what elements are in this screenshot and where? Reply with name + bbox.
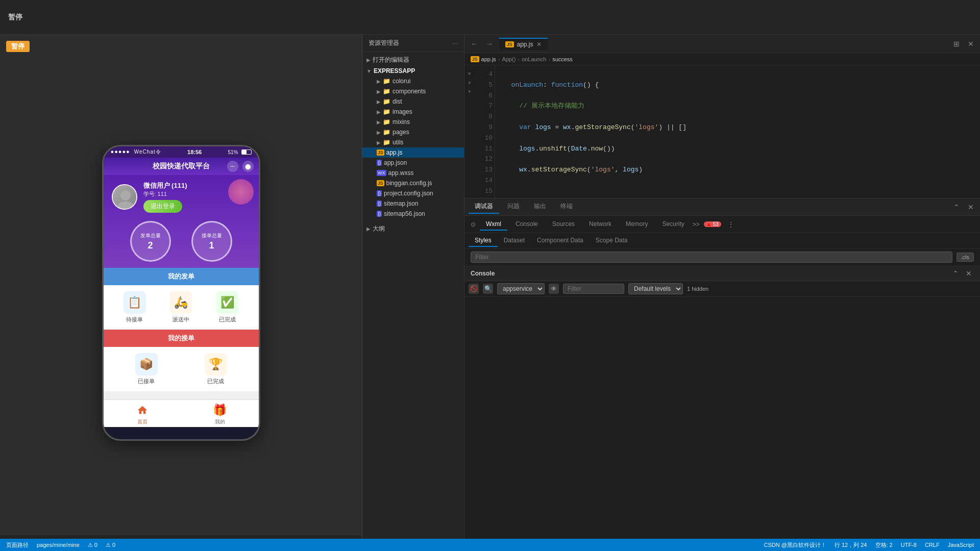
- outline-section[interactable]: ▶ 大纲: [362, 223, 464, 235]
- folder-utils[interactable]: ▶ 📁 utils: [362, 137, 464, 147]
- expressapp-section[interactable]: ▼ EXPRESSAPP: [362, 66, 464, 76]
- console-filter-toggle[interactable]: 🔍: [483, 284, 493, 294]
- default-levels-select[interactable]: Default levels: [628, 283, 683, 294]
- file-app-js[interactable]: JS app.js: [362, 147, 464, 158]
- delivering-icon: 🛵: [169, 291, 192, 314]
- file-tree-more[interactable]: ···: [453, 40, 458, 47]
- completed-take-item[interactable]: 🏆 已完成: [205, 353, 227, 385]
- scope-data-tab[interactable]: Scope Data: [590, 235, 634, 247]
- sub-tab-network[interactable]: Network: [583, 218, 618, 231]
- completed-take-label: 已完成: [207, 378, 224, 385]
- appservice-select[interactable]: appservice: [497, 283, 545, 294]
- tab-home-icon: [134, 402, 151, 418]
- close-panel-button[interactable]: ✕: [966, 39, 976, 49]
- accepted-item[interactable]: 📦 已接单: [135, 353, 158, 385]
- file-sitemap56-json[interactable]: {} sitemap56.json: [362, 209, 464, 219]
- sub-tab-security[interactable]: Security: [656, 218, 690, 231]
- paused-badge: 暂停: [6, 41, 30, 52]
- delivering-label: 派送中: [173, 316, 189, 323]
- accepted-icon: 📦: [135, 353, 158, 375]
- signal-dots: ●●●●● WeChat令: [111, 148, 161, 156]
- phone-status-bar: ●●●●● WeChat令 18:56 51%: [104, 146, 259, 158]
- console-collapse-button[interactable]: ⌃: [950, 268, 961, 279]
- console-body[interactable]: [464, 297, 980, 382]
- avatar-image: [113, 185, 136, 209]
- folder-components[interactable]: ▶ 📁 components: [362, 86, 464, 96]
- tab-terminal[interactable]: 终端: [554, 200, 579, 214]
- folder-colorui[interactable]: ▶ 📁 colorui: [362, 76, 464, 86]
- code-content[interactable]: onLaunch: function() { // 展示本地存储能力 var l…: [495, 65, 980, 198]
- component-data-tab[interactable]: Component Data: [531, 235, 590, 247]
- code-line-10: wx.getStorage({: [503, 197, 972, 198]
- devtools-icon[interactable]: ⊙: [469, 220, 478, 229]
- code-line-8: wx.setStorageSync('logs', logs): [503, 165, 972, 176]
- sub-tab-sources[interactable]: Sources: [546, 218, 581, 231]
- logout-button[interactable]: 退出登录: [143, 200, 182, 213]
- tab-issues[interactable]: 问题: [501, 200, 526, 214]
- file-project-config[interactable]: {} project.config.json: [362, 188, 464, 198]
- split-editor-button[interactable]: ⊞: [951, 39, 962, 49]
- file-app-wxss[interactable]: WX app.wxss: [362, 168, 464, 178]
- console-close-button[interactable]: ✕: [964, 268, 974, 279]
- cards-area: 我的发单 📋 待接单 🛵 派送中 ✅: [104, 268, 259, 411]
- sub-tab-memory[interactable]: Memory: [620, 218, 654, 231]
- nav-forward-button[interactable]: →: [484, 39, 495, 49]
- bottom-errors: ⚠ 0: [88, 542, 97, 548]
- styles-tab[interactable]: Styles: [469, 235, 498, 247]
- folder-pages[interactable]: ▶ 📁 pages: [362, 127, 464, 137]
- breadcrumb-app[interactable]: App(): [502, 56, 516, 62]
- breadcrumb-onlaunch[interactable]: onLaunch: [522, 56, 546, 62]
- folder-dist[interactable]: ▶ 📁 dist: [362, 96, 464, 107]
- completed-send-item[interactable]: ✅ 已完成: [216, 291, 238, 323]
- editor-tab-app-js[interactable]: JS app.js ✕: [499, 38, 548, 50]
- console-toolbar: 🚫 🔍 appservice 👁 Default levels 1 hidden: [464, 281, 980, 297]
- simulator-panel: 暂停 ●●●●● WeChat令 18:56 51% 校园快递代取平台: [0, 35, 362, 551]
- pending-order-icon: 📋: [124, 291, 146, 314]
- console-header: Console ⌃ ✕: [464, 266, 980, 281]
- sub-tab-more[interactable]: >>: [693, 221, 700, 228]
- tab-mine[interactable]: 🎁 我的: [181, 400, 259, 427]
- nav-camera-icon[interactable]: ⬤: [242, 161, 254, 172]
- delivering-item[interactable]: 🛵 派送中: [169, 291, 192, 323]
- tab-home-label: 首页: [137, 418, 148, 425]
- tab-home[interactable]: 首页: [104, 400, 181, 427]
- folder-images[interactable]: ▶ 📁 images: [362, 107, 464, 117]
- nav-menu-icon[interactable]: ···: [227, 161, 238, 172]
- close-debugger-button[interactable]: ✕: [966, 202, 976, 212]
- tab-output[interactable]: 输出: [528, 200, 552, 214]
- file-sitemap-json[interactable]: {} sitemap.json: [362, 198, 464, 209]
- bottom-encoding: UTF-8: [901, 542, 917, 548]
- breadcrumb-file[interactable]: app.js: [481, 56, 496, 62]
- collapse-debugger-button[interactable]: ⌃: [951, 202, 962, 212]
- folder-mixins[interactable]: ▶ 📁 mixins: [362, 117, 464, 127]
- svg-point-0: [120, 190, 131, 201]
- nav-back-button[interactable]: ←: [469, 39, 480, 49]
- breadcrumb-success[interactable]: success: [552, 56, 573, 62]
- pending-order-item[interactable]: 📋 待接单: [124, 291, 146, 323]
- my-orders-header: 我的发单: [104, 268, 259, 285]
- sub-tab-wxml[interactable]: Wxml: [480, 218, 507, 231]
- open-editors-section[interactable]: ▶ 打开的编辑器: [362, 54, 464, 66]
- console-eye-button[interactable]: 👁: [549, 284, 559, 294]
- dataset-tab[interactable]: Dataset: [498, 235, 531, 247]
- phone-nav-icons: ··· ⬤: [227, 161, 254, 172]
- file-binggan-config[interactable]: JS binggan.config.js: [362, 178, 464, 188]
- file-app-json[interactable]: {} app.json: [362, 158, 464, 168]
- cls-button[interactable]: .cls: [957, 253, 974, 262]
- decorative-image: [228, 179, 254, 205]
- file-tree-header: 资源管理器 ···: [362, 35, 464, 52]
- console-section: Console ⌃ ✕ 🚫 🔍 appservice 👁 Defaul: [464, 266, 980, 382]
- phone-tabbar: 首页 🎁 我的: [104, 399, 259, 427]
- tab-mine-icon: 🎁: [212, 402, 228, 418]
- settings-icon[interactable]: ⋮: [725, 219, 737, 230]
- close-tab-icon[interactable]: ✕: [536, 41, 542, 48]
- receive-stat: 接单总量 1: [191, 221, 232, 262]
- console-filter-input[interactable]: [563, 284, 624, 294]
- app-title: 暂停: [8, 13, 22, 22]
- tab-debugger[interactable]: 调试器: [469, 200, 499, 214]
- bottom-warnings: ⚠ 0: [106, 542, 115, 548]
- console-clear-button[interactable]: 🚫: [469, 284, 479, 294]
- styles-filter-input[interactable]: [471, 252, 952, 263]
- sub-tab-console[interactable]: Console: [509, 218, 544, 231]
- send-stat-value: 2: [148, 240, 153, 251]
